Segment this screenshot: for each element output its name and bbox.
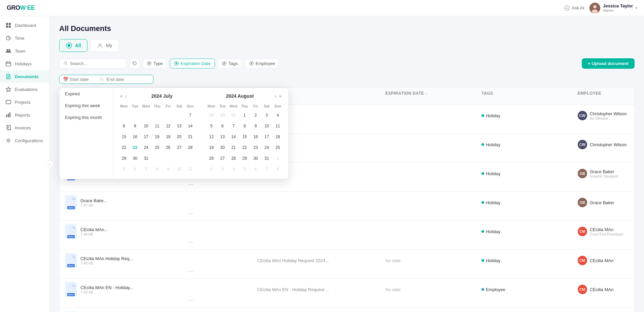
cal-day[interactable]: 24 [141,143,151,152]
cal-day[interactable]: 20 [218,143,227,152]
cal-day[interactable]: 21 [186,132,195,142]
cal-day[interactable]: 19 [207,143,216,152]
cal-day[interactable]: 30 [251,154,260,163]
user-info[interactable]: Jessica Taylor Admin ▾ [589,3,637,13]
cal-day[interactable]: 8 [152,164,162,174]
cal-day[interactable]: 4 [273,111,283,120]
sidebar-item-reports[interactable]: Reports [0,108,49,121]
cal-day[interactable] [130,111,140,120]
cal-day[interactable]: 29 [119,154,129,163]
cal-day[interactable] [119,111,129,120]
cal-day[interactable]: 31 [262,154,272,163]
cal-day[interactable]: 19 [164,132,173,142]
row-more-button[interactable]: ··· [188,297,193,304]
row-more-button[interactable]: ··· [188,239,193,246]
cal-day[interactable]: 5 [119,164,129,174]
search-input[interactable] [70,61,122,66]
sidebar-item-holidays[interactable]: Holidays [0,57,49,70]
tab-my[interactable]: My [90,39,119,52]
sidebar-item-team[interactable]: Team [0,44,49,57]
cal-day[interactable]: 1 [240,111,249,120]
cal-day[interactable]: 11 [152,121,162,131]
cal-prev-prev-button[interactable]: « [119,93,124,99]
cal-day-today[interactable]: 23 [130,143,140,152]
cal-day[interactable]: 14 [229,132,238,142]
cal-day[interactable]: 29 [207,111,216,120]
cal-day[interactable]: 8 [119,121,129,131]
cal-day[interactable]: 28 [186,143,195,152]
cal-day[interactable]: 9 [251,121,260,131]
cal-day[interactable]: 1 [273,154,283,163]
cal-day[interactable] [164,154,173,163]
cal-day[interactable]: 6 [130,164,140,174]
cal-day[interactable]: 29 [240,154,249,163]
filter-expiring-week[interactable]: Expiring this week [60,100,113,112]
cal-day[interactable]: 10 [175,164,184,174]
cal-day[interactable] [152,154,162,163]
cal-day[interactable]: 2 [251,111,260,120]
sidebar-item-documents[interactable]: Documents [0,70,49,83]
cal-day[interactable]: 18 [273,132,283,142]
cal-day[interactable]: 17 [141,132,151,142]
cal-day[interactable]: 9 [164,164,173,174]
reset-button[interactable] [129,58,140,69]
cal-day[interactable]: 24 [262,143,272,152]
cal-day[interactable]: 10 [141,121,151,131]
cal-day[interactable]: 30 [130,154,140,163]
cal-day[interactable]: 26 [207,154,216,163]
cal-day[interactable]: 22 [240,143,249,152]
cal-next-next-button[interactable]: » [278,93,283,99]
cal-day[interactable]: 12 [207,132,216,142]
cal-next-button[interactable]: › [274,93,278,99]
cal-day[interactable]: 2 [207,164,216,174]
cal-day[interactable]: 16 [251,132,260,142]
cal-day[interactable]: 21 [229,143,238,152]
start-date-input[interactable] [70,77,97,82]
filter-employee-button[interactable]: Employee [245,59,280,68]
cal-day[interactable]: 4 [229,164,238,174]
sidebar-item-evaluations[interactable]: Evaluations [0,83,49,96]
sidebar-item-configurations[interactable]: Configurations [0,134,49,147]
sidebar-item-invoices[interactable]: Invoices [0,121,49,134]
cal-day[interactable] [152,111,162,120]
cal-day[interactable] [175,154,184,163]
cal-day[interactable]: 7 [229,121,238,131]
cal-day[interactable]: 3 [262,111,272,120]
cal-day[interactable] [186,154,195,163]
cal-day[interactable]: 10 [262,121,272,131]
cal-day[interactable]: 18 [152,132,162,142]
cal-day[interactable]: 7 [141,164,151,174]
cal-day[interactable]: 5 [207,121,216,131]
cal-day[interactable]: 7 [262,164,272,174]
cal-day[interactable]: 27 [175,143,184,152]
cal-day[interactable]: 9 [130,121,140,131]
cal-day[interactable]: 28 [229,154,238,163]
cal-day[interactable]: 6 [218,121,227,131]
cal-day[interactable]: 8 [240,121,249,131]
cal-day[interactable]: 25 [152,143,162,152]
cal-day[interactable]: 31 [141,154,151,163]
cal-day[interactable]: 15 [240,132,249,142]
date-range-input[interactable]: 📅 To [59,75,153,84]
cal-day[interactable]: 12 [164,121,173,131]
row-more-button[interactable]: ··· [188,210,193,217]
sidebar-item-time[interactable]: Time [0,32,49,44]
cal-day[interactable]: 23 [251,143,260,152]
cal-day[interactable]: 20 [175,132,184,142]
cal-day[interactable]: 13 [175,121,184,131]
filter-expiring-month[interactable]: Expiring this month [60,112,113,123]
cal-day[interactable]: 13 [218,132,227,142]
cal-day[interactable]: 26 [164,143,173,152]
cal-day[interactable]: 17 [262,132,272,142]
cal-day[interactable]: 8 [273,164,283,174]
cal-day[interactable]: 14 [186,121,195,131]
cal-day[interactable]: 11 [273,121,283,131]
cal-day[interactable]: 3 [218,164,227,174]
cal-day[interactable]: 30 [218,111,227,120]
sidebar-item-projects[interactable]: Projects [0,96,49,108]
row-more-button[interactable]: ··· [188,181,193,188]
cal-prev-button[interactable]: ‹ [124,93,129,99]
sidebar-item-dashboard[interactable]: Dashboard [0,19,49,32]
row-more-button[interactable]: ··· [188,268,193,275]
cal-day[interactable]: 31 [229,111,238,120]
